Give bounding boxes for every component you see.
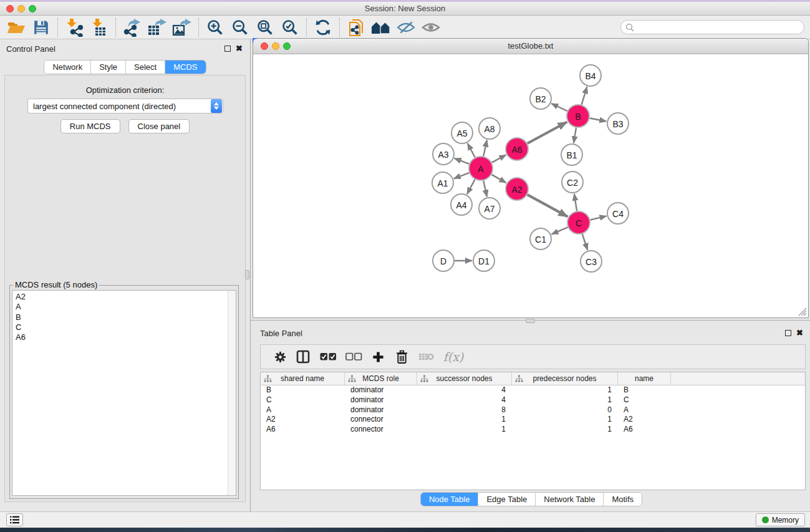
column-header-shared-name[interactable]: shared name: [261, 372, 345, 385]
column-type-icon: [264, 375, 272, 383]
table-settings-button[interactable]: [269, 345, 291, 369]
export-table-button[interactable]: [145, 16, 170, 39]
float-panel-icon[interactable]: [224, 46, 231, 52]
tab-network[interactable]: Network: [44, 60, 91, 74]
mcds-result-title: MCDS result (5 nodes): [13, 280, 99, 289]
deselect-all-columns-button[interactable]: [341, 345, 366, 369]
edge-C-C2[interactable]: [574, 194, 577, 211]
table-cell: A2: [618, 415, 671, 425]
table-row[interactable]: A6connector11A6: [261, 425, 805, 435]
edge-B-B3[interactable]: [590, 118, 607, 122]
node-label-D: D: [440, 256, 446, 266]
table-row[interactable]: A2connector11A2: [261, 415, 805, 425]
close-panel-button[interactable]: Close panel: [128, 119, 190, 133]
mcds-result-item[interactable]: A6: [12, 332, 236, 342]
run-mcds-button[interactable]: Run MCDS: [60, 119, 120, 133]
edge-A-A1[interactable]: [454, 173, 470, 178]
edge-A-A2[interactable]: [491, 175, 506, 183]
open-file-button[interactable]: [4, 16, 29, 39]
table-cell: 4: [417, 385, 512, 395]
mcds-result-scrollbar[interactable]: [228, 291, 236, 495]
edge-C-C4[interactable]: [591, 216, 607, 220]
table-tab-edge-table[interactable]: Edge Table: [478, 493, 536, 506]
first-neighbors-button[interactable]: [369, 16, 393, 39]
close-table-panel-icon[interactable]: ✖: [796, 328, 803, 337]
new-network-from-selection-button[interactable]: [344, 16, 369, 39]
refresh-view-button[interactable]: [311, 16, 335, 39]
select-all-columns-button[interactable]: [315, 345, 341, 369]
tab-style[interactable]: Style: [91, 60, 126, 74]
edge-A-A6[interactable]: [492, 155, 506, 162]
show-all-button[interactable]: [418, 16, 443, 39]
show-panels-menu-button[interactable]: [6, 513, 23, 526]
export-network-button[interactable]: [120, 16, 145, 39]
zoom-selected-button[interactable]: [277, 16, 302, 39]
hide-selected-button[interactable]: [393, 16, 418, 39]
edge-A-A3[interactable]: [455, 158, 470, 164]
edge-A6-B[interactable]: [528, 122, 567, 144]
column-header-MCDS-role[interactable]: MCDS role: [345, 372, 417, 385]
save-session-button[interactable]: [29, 16, 54, 39]
tab-mcds[interactable]: MCDS: [165, 60, 205, 74]
toolbar-separator: [57, 18, 58, 37]
splitter-handle[interactable]: [245, 270, 249, 279]
table-cell: A6: [261, 425, 345, 435]
column-header-predecessor-nodes[interactable]: predecessor nodes: [512, 372, 618, 385]
optimization-criterion-select[interactable]: largest connected component (directed): [27, 99, 223, 114]
edge-B-B4[interactable]: [582, 87, 587, 105]
edge-B-B2[interactable]: [551, 104, 567, 111]
float-table-panel-icon[interactable]: [785, 330, 791, 336]
edge-A-A4[interactable]: [467, 180, 475, 195]
column-header-successor-nodes[interactable]: successor nodes: [417, 372, 512, 385]
mcds-result-list[interactable]: A2ABCA6: [12, 290, 236, 496]
table-tab-group: Node TableEdge TableNetwork TableMotifs: [420, 492, 642, 506]
edge-A-A7[interactable]: [483, 181, 487, 197]
edge-C-C1[interactable]: [552, 227, 568, 234]
edge-A2-C[interactable]: [528, 195, 568, 216]
column-header-name[interactable]: name: [618, 372, 671, 385]
toolbar-separator: [198, 18, 199, 37]
node-label-D1: D1: [478, 256, 489, 266]
table-row[interactable]: Cdominator41C: [261, 395, 805, 405]
zoom-out-button[interactable]: [228, 16, 253, 39]
table-cell: C: [261, 395, 345, 405]
mcds-result-item[interactable]: B: [12, 312, 236, 322]
create-column-button[interactable]: [366, 345, 390, 369]
zoom-out-icon: [231, 19, 249, 36]
close-panel-icon[interactable]: ✖: [236, 44, 243, 53]
network-window-titlebar[interactable]: testGlobe.txt: [253, 39, 808, 54]
window-resize-grip[interactable]: [798, 307, 807, 316]
edge-A-A8[interactable]: [483, 140, 487, 157]
import-table-button[interactable]: [87, 16, 112, 39]
table-cell: A6: [618, 425, 671, 435]
search-input[interactable]: [634, 22, 804, 33]
table-tab-network-table[interactable]: Network Table: [536, 493, 604, 506]
table-row[interactable]: Bdominator41B: [261, 385, 805, 395]
import-network-button[interactable]: [62, 16, 87, 39]
network-canvas[interactable]: B4B2BB3A8A5A6A3B1AA1C2A2A4A7C4CC1DD1C3: [253, 55, 808, 317]
optimization-criterion-label: Optimization criterion:: [5, 85, 245, 95]
splitter-handle-horizontal[interactable]: [526, 319, 535, 323]
edge-B-B1[interactable]: [574, 128, 576, 143]
zoom-fit-button[interactable]: [253, 16, 277, 39]
table-cell: 0: [512, 405, 618, 415]
node-label-B: B: [575, 112, 581, 122]
node-label-B1: B1: [566, 150, 577, 160]
mcds-result-item[interactable]: A: [12, 302, 236, 312]
edge-A-A5[interactable]: [468, 143, 475, 158]
function-builder-button-disabled: f(x): [438, 345, 468, 369]
table-tab-node-table[interactable]: Node Table: [421, 493, 479, 506]
table-tab-motifs[interactable]: Motifs: [604, 493, 642, 506]
show-column-selector-button[interactable]: [291, 345, 315, 369]
table-row[interactable]: Adominator80A: [261, 405, 805, 415]
memory-button[interactable]: Memory: [756, 513, 805, 526]
tab-select[interactable]: Select: [126, 60, 165, 74]
export-image-button[interactable]: [170, 16, 195, 39]
delete-column-button[interactable]: [390, 345, 413, 369]
table-body: Bdominator41BCdominator41CAdominator80AA…: [261, 385, 805, 435]
zoom-in-button[interactable]: [203, 16, 228, 39]
mcds-result-item[interactable]: A2: [12, 292, 236, 302]
edge-C-C3[interactable]: [582, 234, 587, 250]
mcds-result-item[interactable]: C: [12, 322, 236, 332]
panel-splitter-vertical[interactable]: [250, 39, 251, 511]
